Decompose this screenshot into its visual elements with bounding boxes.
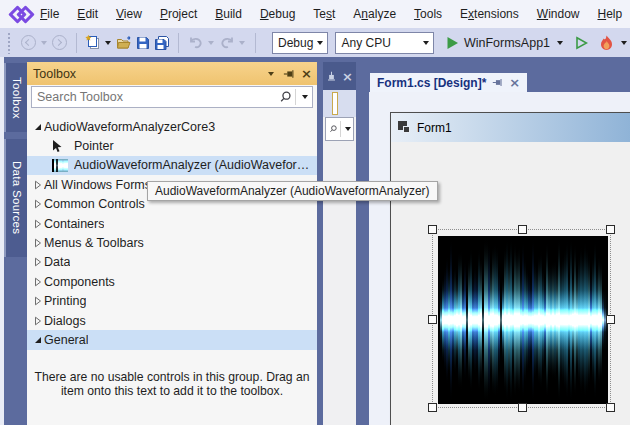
group-label: General: [44, 333, 88, 347]
menu-debug[interactable]: Debug: [251, 0, 304, 28]
tree-collapsed-icon[interactable]: [33, 199, 43, 209]
toolbox-group-menus-toolbars[interactable]: Menus & Toolbars: [27, 233, 317, 252]
audio-waveform-control[interactable]: [438, 236, 608, 404]
hot-reload-button[interactable]: [598, 33, 615, 53]
close-icon[interactable]: ×: [342, 70, 353, 83]
menu-items: FileEditViewProjectBuildDebugTestAnalyze…: [31, 0, 630, 28]
menu-file[interactable]: File: [31, 0, 68, 28]
tree-collapsed-icon[interactable]: [33, 238, 43, 248]
collapsed-panel-title-bar[interactable]: ×: [323, 62, 356, 90]
toolbar-grip[interactable]: [7, 32, 11, 54]
combo-dropdown-icon[interactable]: [419, 41, 433, 45]
toolbox-group-dialogs[interactable]: Dialogs: [27, 311, 317, 330]
form-title: Form1: [417, 121, 452, 135]
start-debugging-button[interactable]: WinFormsApp1: [446, 36, 566, 50]
navigate-forward-button[interactable]: [51, 33, 68, 53]
resize-handle-s[interactable]: [518, 403, 527, 412]
open-file-button[interactable]: [115, 33, 132, 53]
menu-analyze[interactable]: Analyze: [344, 0, 405, 28]
menu-extensions[interactable]: Extensions: [451, 0, 528, 28]
tree-collapsed-icon[interactable]: [33, 257, 43, 267]
document-tab-form1[interactable]: Form1.cs [Design]* ×: [370, 73, 527, 92]
solution-configuration-combo[interactable]: Debug: [272, 32, 328, 54]
toolbox-search-box[interactable]: Search Toolbox: [31, 86, 313, 108]
start-without-debugging-button[interactable]: [573, 33, 590, 53]
waveform-control-selection[interactable]: [432, 229, 611, 408]
resize-handle-e[interactable]: [606, 315, 615, 324]
search-options-dropdown-icon[interactable]: [345, 127, 351, 131]
menu-help[interactable]: Help: [588, 0, 630, 28]
save-all-button[interactable]: [153, 33, 170, 53]
tooltip: AudioWaveformAnalyzer (AudioWaveformAnal…: [147, 181, 438, 201]
side-tab-toolbox[interactable]: Toolbox: [4, 63, 27, 132]
toolbox-group-components[interactable]: Components: [27, 272, 317, 291]
resize-handle-n[interactable]: [518, 225, 527, 234]
resize-handle-nw[interactable]: [428, 225, 437, 234]
menu-test[interactable]: Test: [304, 0, 344, 28]
toolbox-item-pointer[interactable]: Pointer: [27, 136, 317, 155]
toolbox-title-bar[interactable]: Toolbox ×: [27, 62, 317, 85]
redo-dropdown-icon[interactable]: [239, 41, 245, 45]
search-options-dropdown-icon[interactable]: [302, 95, 308, 99]
navigate-back-button[interactable]: [20, 33, 37, 53]
solution-configuration-value: Debug: [273, 36, 313, 50]
tree-collapsed-icon[interactable]: [33, 316, 43, 326]
menu-edit[interactable]: Edit: [68, 0, 107, 28]
toolbox-group-containers[interactable]: Containers: [27, 214, 317, 233]
new-project-dropdown-icon[interactable]: [105, 41, 111, 45]
toolbox-group-audiowaveformanalyzercore3[interactable]: AudioWaveformAnalyzerCore3: [27, 117, 317, 136]
toolbox-group-general[interactable]: General: [27, 330, 317, 349]
resize-handle-ne[interactable]: [606, 225, 615, 234]
toolbox-item-audiowaveformanalyzer-audiowaveformanaly[interactable]: AudioWaveformAnalyzer (AudioWaveformAnal…: [27, 156, 317, 175]
form-title-bar: Form1: [391, 113, 630, 142]
tree-collapsed-icon[interactable]: [33, 219, 43, 229]
save-icon: [135, 35, 151, 51]
close-icon[interactable]: ×: [301, 67, 312, 80]
side-tab-data-sources[interactable]: Data Sources: [4, 139, 27, 257]
undo-button[interactable]: [187, 33, 204, 53]
run-outline-icon: [575, 36, 588, 50]
toolbox-group-data[interactable]: Data: [27, 253, 317, 272]
group-label: Containers: [44, 217, 104, 231]
document-tab-label: Form1.cs [Design]*: [377, 76, 486, 90]
toolbox-group-printing[interactable]: Printing: [27, 292, 317, 311]
pin-icon[interactable]: [492, 77, 503, 88]
tree-collapsed-icon[interactable]: [33, 180, 43, 190]
pin-icon[interactable]: [283, 68, 295, 80]
resize-handle-sw[interactable]: [428, 403, 437, 412]
tree-expanded-icon[interactable]: [33, 337, 43, 343]
tree-expanded-icon[interactable]: [33, 124, 43, 130]
toolbox-search: Search Toolbox: [27, 85, 317, 110]
menu-build[interactable]: Build: [206, 0, 251, 28]
run-dropdown-icon[interactable]: [557, 41, 563, 45]
menu-tools[interactable]: Tools: [405, 0, 451, 28]
close-icon[interactable]: ×: [509, 76, 520, 89]
undo-dropdown-icon[interactable]: [208, 41, 214, 45]
save-all-icon: [154, 35, 170, 51]
resize-handle-w[interactable]: [428, 315, 437, 324]
resize-handle-se[interactable]: [606, 403, 615, 412]
collapsed-search-input[interactable]: [332, 92, 338, 115]
redo-button[interactable]: [218, 33, 235, 53]
main-dock-area: ToolboxData Sources Toolbox ×: [0, 57, 630, 425]
new-project-button[interactable]: [84, 33, 101, 53]
menu-project[interactable]: Project: [151, 0, 206, 28]
group-label: Data: [44, 255, 70, 269]
group-label: Printing: [44, 294, 86, 308]
combo-dropdown-icon[interactable]: [313, 41, 327, 45]
navigate-back-dropdown-icon[interactable]: [41, 41, 47, 45]
search-icon[interactable]: [329, 123, 338, 135]
menu-window[interactable]: Window: [528, 0, 589, 28]
tree-collapsed-icon[interactable]: [33, 277, 43, 287]
group-label: Menus & Toolbars: [44, 236, 144, 250]
search-icon[interactable]: [279, 90, 293, 104]
toolbar-overflow-dropdown-icon[interactable]: [621, 41, 627, 45]
tree-collapsed-icon[interactable]: [33, 296, 43, 306]
pin-icon[interactable]: [326, 71, 337, 82]
save-button[interactable]: [134, 33, 151, 53]
collapsed-search-buttons[interactable]: [325, 117, 354, 141]
menu-view[interactable]: View: [107, 0, 151, 28]
form-design-window[interactable]: Form1: [390, 112, 630, 425]
solution-platform-combo[interactable]: Any CPU: [335, 32, 433, 54]
window-position-dropdown-icon[interactable]: [268, 72, 274, 76]
